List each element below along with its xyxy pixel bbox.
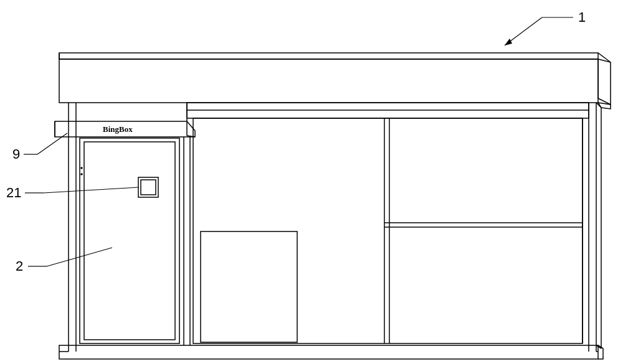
reference-label-21: 21 bbox=[6, 185, 21, 201]
svg-point-24 bbox=[81, 167, 82, 169]
roof-structure bbox=[59, 53, 611, 109]
reference-label-2: 2 bbox=[16, 258, 23, 274]
svg-rect-28 bbox=[193, 118, 583, 343]
svg-line-40 bbox=[37, 133, 67, 154]
svg-rect-26 bbox=[138, 177, 158, 197]
reference-label-1: 1 bbox=[578, 9, 586, 26]
reference-label-9: 9 bbox=[12, 146, 20, 162]
svg-rect-27 bbox=[141, 180, 156, 195]
base bbox=[59, 345, 603, 359]
door bbox=[80, 137, 190, 345]
svg-rect-35 bbox=[59, 345, 598, 359]
svg-line-42 bbox=[44, 187, 139, 193]
door-scanner bbox=[138, 177, 158, 197]
svg-rect-21 bbox=[84, 142, 175, 340]
svg-point-25 bbox=[81, 174, 82, 175]
svg-rect-34 bbox=[201, 231, 297, 342]
technical-drawing: BingBox bbox=[0, 0, 623, 364]
svg-rect-11 bbox=[187, 103, 589, 110]
svg-rect-3 bbox=[59, 59, 598, 103]
svg-rect-20 bbox=[80, 138, 179, 343]
window-panels bbox=[193, 118, 583, 343]
roof-underside bbox=[187, 103, 589, 118]
awning-brand-text: BingBox bbox=[103, 124, 133, 134]
